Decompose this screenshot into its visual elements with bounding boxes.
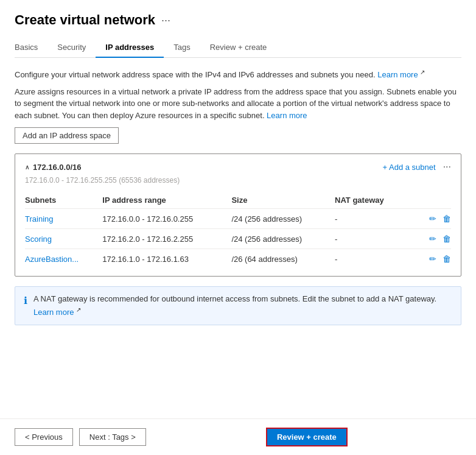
delete-subnet-icon-1[interactable]: 🗑 [443, 234, 451, 244]
tab-ip-addresses[interactable]: IP addresses [96, 38, 164, 58]
review-create-button[interactable]: Review + create [266, 428, 348, 446]
description-block: Configure your virtual network address s… [15, 68, 461, 121]
nat-info-banner: ℹ A NAT gateway is recommended for outbo… [15, 286, 461, 325]
external-icon-nat: ↗ [76, 306, 81, 313]
edit-subnet-icon-2[interactable]: ✏ [429, 254, 436, 264]
tab-basics[interactable]: Basics [15, 38, 47, 58]
subnet-name-0[interactable]: Training [25, 214, 53, 224]
external-icon-1: ↗ [420, 69, 425, 76]
subnet-nat-2: - [335, 249, 412, 269]
subnet-size-0: /24 (256 addresses) [231, 209, 335, 229]
subnet-name-2[interactable]: AzureBastion... [25, 255, 79, 264]
col-header-actions [412, 192, 451, 209]
table-row: Scoring 172.16.2.0 - 172.16.2.255 /24 (2… [25, 229, 451, 249]
footer: < Previous Next : Tags > Review + create [0, 418, 476, 455]
tab-security[interactable]: Security [47, 38, 96, 58]
edit-subnet-icon-0[interactable]: ✏ [429, 214, 436, 224]
delete-subnet-icon-0[interactable]: 🗑 [443, 214, 451, 224]
info-icon: ℹ [24, 294, 27, 308]
subnet-nat-0: - [335, 209, 412, 229]
address-range-label: 172.16.0.0 - 172.16.255.255 (65536 addre… [25, 176, 451, 185]
col-header-ip-range: IP address range [102, 192, 231, 209]
col-header-size: Size [231, 192, 335, 209]
subnet-ip-range-1: 172.16.2.0 - 172.16.2.255 [102, 229, 231, 249]
nat-learn-more-link[interactable]: Learn more [33, 308, 74, 317]
delete-subnet-icon-2[interactable]: 🗑 [443, 254, 451, 264]
nat-banner-text: A NAT gateway is recommended for outboun… [33, 294, 436, 303]
collapse-chevron-icon[interactable]: ∧ [25, 164, 29, 171]
page-title: Create virtual network [15, 12, 155, 28]
subnet-size-2: /26 (64 addresses) [231, 249, 335, 269]
description-line2: Azure assigns resources in a virtual net… [15, 87, 457, 120]
page-more-icon[interactable]: ··· [161, 14, 170, 27]
subnet-ip-range-2: 172.16.1.0 - 172.16.1.63 [102, 249, 231, 269]
subnet-nat-1: - [335, 229, 412, 249]
subnet-name-1[interactable]: Scoring [25, 235, 52, 244]
subnets-table: Subnets IP address range Size NAT gatewa… [25, 192, 451, 269]
address-space-cidr: 172.16.0.0/16 [33, 163, 82, 172]
col-header-nat-gateway: NAT gateway [335, 192, 412, 209]
subnet-size-1: /24 (256 addresses) [231, 229, 335, 249]
table-row: AzureBastion... 172.16.1.0 - 172.16.1.63… [25, 249, 451, 269]
edit-subnet-icon-1[interactable]: ✏ [429, 234, 436, 244]
learn-more-link-1[interactable]: Learn more [377, 70, 418, 79]
tab-tags[interactable]: Tags [164, 38, 200, 58]
col-header-subnets: Subnets [25, 192, 102, 209]
tab-review-create[interactable]: Review + create [200, 38, 277, 58]
add-subnet-button[interactable]: + Add a subnet [383, 163, 436, 172]
subnet-ip-range-0: 172.16.0.0 - 172.16.0.255 [102, 209, 231, 229]
address-space-more-icon[interactable]: ··· [443, 161, 451, 172]
table-row: Training 172.16.0.0 - 172.16.0.255 /24 (… [25, 209, 451, 229]
add-ip-address-space-button[interactable]: Add an IP address space [15, 127, 119, 144]
description-line1: Configure your virtual network address s… [15, 70, 377, 79]
previous-button[interactable]: < Previous [15, 428, 73, 446]
tab-bar: Basics Security IP addresses Tags Review… [15, 38, 461, 58]
next-tags-button[interactable]: Next : Tags > [79, 428, 146, 446]
learn-more-link-2[interactable]: Learn more [267, 111, 307, 120]
address-space-card: ∧ 172.16.0.0/16 + Add a subnet ··· 172.1… [15, 153, 461, 277]
